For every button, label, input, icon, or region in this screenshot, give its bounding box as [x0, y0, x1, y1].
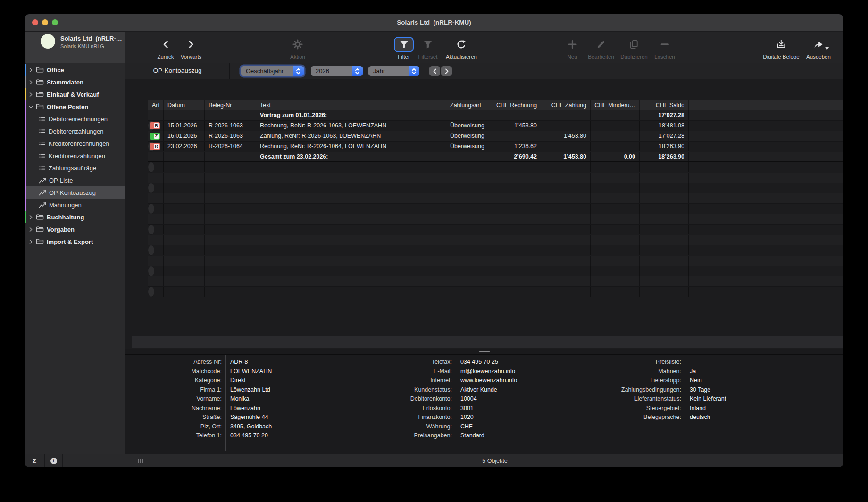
table-row[interactable]: Vortrag zum 01.01.2026:17’027.28 [148, 110, 843, 121]
detail-label: Preisangaben: [378, 431, 456, 441]
disclosure-chevron-icon[interactable] [28, 215, 35, 220]
new-button[interactable]: Neu [567, 36, 577, 59]
disclosure-chevron-icon[interactable] [28, 239, 35, 244]
table-row[interactable]: R23.02.2026R-2026-1064Rechnung, ReNr: R-… [148, 142, 154, 152]
edit-button[interactable]: Bearbeiten [588, 36, 614, 59]
column-header-chf-rechnung[interactable]: CHF Rechnung [492, 100, 541, 110]
column-header-chf-zahlung[interactable]: CHF Zahlung [541, 100, 591, 110]
row-type-badge-R: R [150, 122, 160, 129]
cell-saldo: 18’481.08 [640, 121, 689, 131]
sidebar-item-vorgaben[interactable]: Vorgaben [25, 223, 125, 235]
pane-splitter[interactable] [125, 349, 843, 355]
cell-datum [164, 266, 205, 276]
refresh-button[interactable]: Aktualisieren [446, 36, 477, 59]
disclosure-chevron-icon[interactable] [28, 67, 35, 73]
account-header[interactable]: Solaris Ltd (nRLR-… Solaris KMU nRLG [25, 32, 125, 63]
avatar [41, 34, 55, 49]
filter-button[interactable]: Filter [394, 36, 414, 59]
stepper-icon [409, 66, 419, 76]
cell-zahlung [541, 266, 591, 276]
detail-value: Monika [225, 394, 249, 404]
disclosure-chevron-icon[interactable] [28, 227, 35, 232]
forward-button[interactable]: Vorwärts [181, 36, 202, 59]
cell-beleg: R-2026-1063 [205, 121, 256, 131]
next-period-button[interactable] [441, 66, 452, 76]
cell-rechnung [492, 110, 541, 120]
cell-text [256, 225, 446, 234]
module-color-strip [25, 211, 26, 223]
year-dropdown[interactable]: 2026 [311, 66, 363, 76]
sidebar-item-offene-posten[interactable]: Offene Posten [25, 100, 125, 113]
sidebar-item-einkauf-verkauf[interactable]: Einkauf & Verkauf [25, 88, 125, 100]
list-icon [39, 140, 46, 147]
back-button[interactable]: Zurück [157, 36, 174, 59]
cell-zahlungsart [446, 266, 492, 276]
sidebar-item-zahlungsauftr-ge[interactable]: Zahlungsaufträge [25, 162, 125, 174]
table-row[interactable]: Z16.01.2026R-2026-1063Zahlung, ReNr: R-2… [148, 131, 843, 142]
view-tab[interactable]: OP-Kontoauszug [125, 63, 229, 79]
output-button[interactable]: Ausgeben [806, 36, 831, 59]
table-row[interactable]: Gesamt zum 23.02.2026:2’690.421’453.800.… [148, 152, 843, 162]
sidebar-item-import-export[interactable]: Import & Export [25, 235, 125, 248]
cell-rechnung [492, 173, 541, 183]
filterset-button[interactable]: Filterset [418, 36, 438, 59]
column-header-chf-saldo[interactable]: CHF Saldo [640, 100, 689, 110]
detail-label: Kundenstatus: [378, 385, 456, 395]
granularity-dropdown[interactable]: Jahr [368, 66, 419, 76]
cell-rechnung [492, 276, 541, 286]
sidebar-item-op-liste[interactable]: OP-Liste [25, 174, 125, 186]
delete-button[interactable]: Löschen [654, 36, 675, 59]
module-color-strip [25, 113, 26, 125]
sidebar-item-debitorenrechnungen[interactable]: Debitorenrechnungen [25, 113, 125, 125]
cell-datum [164, 173, 205, 183]
sidebar-item-op-kontoauszug[interactable]: OP-Kontoauszug [25, 186, 125, 199]
funnel-icon [400, 40, 409, 49]
disclosure-chevron-icon[interactable] [28, 104, 35, 109]
resize-grip-icon[interactable] [138, 459, 143, 463]
column-header-text[interactable]: Text [256, 100, 446, 110]
share-arrow-icon [813, 36, 824, 53]
digital-documents-button[interactable]: Digitale Belege [763, 36, 799, 59]
sidebar-item-stammdaten[interactable]: Stammdaten [25, 76, 125, 88]
cell-beleg: R-2026-1064 [205, 142, 256, 151]
sidebar-item-buchhaltung[interactable]: Buchhaltung [25, 211, 125, 223]
statusbar-sidebar-segment [63, 454, 146, 467]
detail-field-lieferantenstatus: Lieferantenstatus:Kein Lieferant [607, 394, 843, 404]
table-row[interactable]: R15.01.2026R-2026-1063Rechnung, ReNr: R-… [148, 121, 154, 131]
sidebar: OfficeStammdatenEinkauf & VerkaufOffene … [25, 63, 125, 454]
disclosure-chevron-icon[interactable] [28, 92, 35, 97]
column-header-datum[interactable]: Datum [164, 100, 205, 110]
disclosure-chevron-icon[interactable] [28, 80, 35, 85]
column-header-beleg-nr[interactable]: Beleg-Nr [205, 100, 256, 110]
sidebar-item-office[interactable]: Office [25, 64, 125, 76]
column-header-art[interactable]: Art [148, 100, 164, 110]
sidebar-item-kreditorenrechnungen[interactable]: Kreditorenrechnungen [25, 137, 125, 150]
sidebar-item-debitorenzahlungen[interactable]: Debitorenzahlungen [25, 125, 125, 137]
detail-label: Plz, Ort: [125, 422, 225, 432]
info-icon: i [50, 458, 57, 464]
detail-field-firma-1: Firma 1:Löwenzahn Ltd [125, 385, 378, 395]
sidebar-tree: OfficeStammdatenEinkauf & VerkaufOffene … [25, 64, 125, 248]
pencil-icon [596, 36, 606, 53]
column-header-chf-minderu[interactable]: CHF Minderu… [591, 100, 640, 110]
column-header-zahlungsart[interactable]: Zahlungsart [446, 100, 492, 110]
table-body: Vortrag zum 01.01.2026:17’027.28R15.01.2… [148, 110, 843, 297]
sidebar-item-kreditorenzahlungen[interactable]: Kreditorenzahlungen [25, 150, 125, 162]
duplicate-button[interactable]: Duplizieren [620, 36, 648, 59]
cell-datum [164, 183, 205, 193]
window-title: Solaris Ltd (nRLR-KMU) [25, 14, 843, 31]
sum-button[interactable]: Σ [25, 454, 45, 467]
info-button[interactable]: i [45, 454, 63, 467]
period-type-dropdown[interactable]: Geschäftsjahr [241, 66, 304, 76]
horizontal-scrollbar[interactable] [132, 336, 843, 348]
sidebar-item-mahnungen[interactable]: Mahnungen [25, 199, 125, 211]
module-color-strip [25, 199, 26, 211]
sidebar-item-label: Einkauf & Verkauf [47, 91, 99, 98]
cell-rechnung [492, 245, 541, 255]
tab-separator [229, 63, 230, 79]
cell-saldo: 18’263.90 [640, 142, 689, 151]
cell-zahlungsart [446, 152, 492, 161]
previous-period-button[interactable] [429, 66, 440, 76]
detail-label: Preisliste: [607, 358, 685, 367]
action-button[interactable]: Aktion [290, 36, 305, 59]
